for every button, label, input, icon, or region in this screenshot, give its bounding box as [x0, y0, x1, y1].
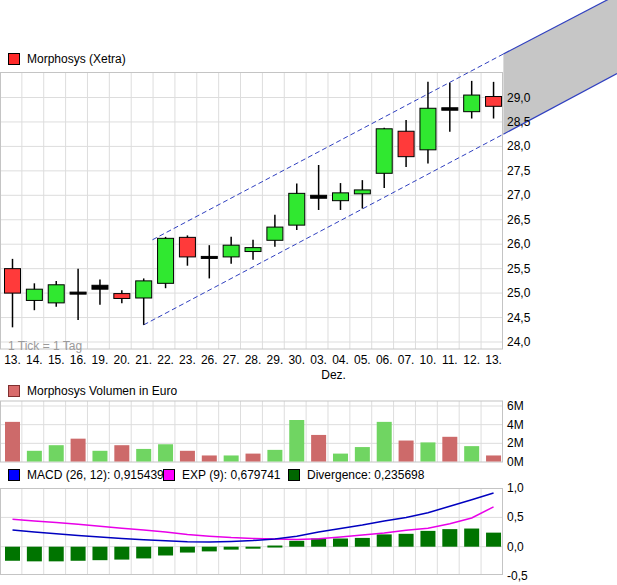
divergence-bar — [464, 529, 479, 547]
candlestick — [70, 292, 86, 294]
volume-bar — [5, 422, 20, 462]
macd-axis-label: -0,5 — [507, 570, 528, 582]
divergence-bar — [377, 534, 392, 546]
exp-series-marker-icon — [163, 469, 175, 481]
price-axis-label: 26,5 — [507, 214, 530, 226]
exp-legend-label: EXP (9): 0,679741 — [182, 468, 281, 482]
volume-bar — [333, 454, 348, 462]
volume-axis-label: 6M — [507, 400, 524, 412]
volume-bar — [420, 442, 435, 461]
date-axis-label: 19. — [92, 354, 109, 366]
date-axis-label: 26. — [201, 354, 218, 366]
divergence-bar — [158, 547, 173, 556]
divergence-bar — [333, 538, 348, 546]
price-axis-label: 25,0 — [507, 287, 530, 299]
candlestick — [332, 193, 348, 201]
candlestick — [26, 289, 42, 300]
volume-bar — [377, 422, 392, 462]
candlestick — [201, 256, 217, 258]
exp-legend-item: EXP (9): 0,679741 — [163, 468, 281, 482]
volume-bar — [27, 451, 42, 462]
macd-series-marker-icon — [8, 469, 20, 481]
volume-axis-label: 2M — [507, 437, 524, 449]
divergence-bar — [202, 547, 217, 552]
candlestick — [245, 248, 261, 252]
candlestick — [267, 227, 283, 240]
divergence-bar — [311, 538, 326, 546]
divergence-bar — [399, 534, 414, 547]
candlestick — [179, 237, 195, 257]
date-axis-label: 05. — [354, 354, 371, 366]
divergence-bar — [71, 547, 86, 561]
volume-bar — [49, 445, 64, 461]
price-chart-legend: Morphosys (Xetra) — [8, 52, 126, 66]
divergence-bar — [136, 547, 151, 559]
divergence-bar — [486, 533, 501, 547]
divergence-bar — [442, 529, 457, 547]
price-axis-label: 29,0 — [507, 92, 530, 104]
price-axis-label: 26,0 — [507, 238, 530, 250]
divergence-bar — [114, 547, 129, 560]
date-axis-label: 16. — [70, 354, 87, 366]
volume-bar — [158, 444, 173, 461]
price-series-marker-icon — [8, 53, 20, 65]
divergence-bar — [267, 546, 282, 548]
candlestick — [311, 195, 327, 198]
date-axis-label: 30. — [288, 354, 305, 366]
date-axis-label: 12. — [463, 354, 480, 366]
divergence-bar — [27, 547, 42, 562]
volume-bar — [114, 445, 129, 461]
price-axis-label: 28,5 — [507, 116, 530, 128]
lower-channel-line — [144, 134, 504, 325]
volume-bar — [224, 455, 239, 461]
volume-bar — [71, 439, 86, 462]
candlestick — [464, 95, 480, 112]
candlestick — [158, 238, 174, 283]
date-axis-label: 27. — [223, 354, 240, 366]
volume-bar — [289, 420, 304, 461]
candlestick — [354, 190, 370, 194]
date-axis-label: 07. — [398, 354, 415, 366]
date-axis-label: 23. — [179, 354, 196, 366]
divergence-bar — [92, 547, 107, 560]
price-axis-label: 25,5 — [507, 263, 530, 275]
divergence-bar — [5, 547, 20, 561]
stock-chart-page: Morphosys (Xetra) 1 Tick = 1 Tag Morphos… — [0, 0, 617, 585]
divergence-bar — [224, 547, 239, 550]
price-axis-label: 24,5 — [507, 312, 530, 324]
divergence-legend-item: Divergence: 0,235698 — [288, 468, 424, 482]
volume-axis-label: 4M — [507, 419, 524, 431]
candlestick — [486, 97, 502, 107]
date-axis-label: 10. — [420, 354, 437, 366]
candlestick — [420, 108, 436, 150]
candlestick — [114, 294, 130, 299]
candlestick — [136, 281, 152, 298]
macd-axis-label: 0,5 — [507, 511, 524, 523]
date-axis-label: 15. — [48, 354, 65, 366]
divergence-series-marker-icon — [288, 469, 300, 481]
macd-axis-label: 1,0 — [507, 482, 524, 494]
macd-legend-item: MACD (26, 12): 0,915439 — [8, 468, 164, 482]
volume-bar — [464, 446, 479, 461]
candlestick — [48, 285, 64, 303]
candlestick — [223, 245, 239, 257]
date-axis-label: 29. — [267, 354, 284, 366]
date-axis-label: 22. — [157, 354, 174, 366]
divergence-bar — [49, 547, 64, 562]
price-chart-title: Morphosys (Xetra) — [27, 52, 126, 66]
volume-bar — [355, 447, 370, 461]
price-axis-label: 24,0 — [507, 336, 530, 348]
candlestick — [398, 131, 414, 156]
volume-bar — [311, 435, 326, 462]
candlestick — [5, 269, 21, 293]
date-axis-label: 28. — [245, 354, 262, 366]
divergence-bar — [355, 538, 370, 547]
volume-bar — [267, 450, 282, 462]
candlestick — [92, 285, 108, 289]
candlestick — [376, 129, 392, 173]
divergence-bar — [246, 547, 261, 549]
volume-series-marker-icon — [8, 385, 20, 397]
date-axis-label: 14. — [26, 354, 43, 366]
volume-bar — [246, 454, 261, 462]
date-axis-label: 20. — [113, 354, 130, 366]
